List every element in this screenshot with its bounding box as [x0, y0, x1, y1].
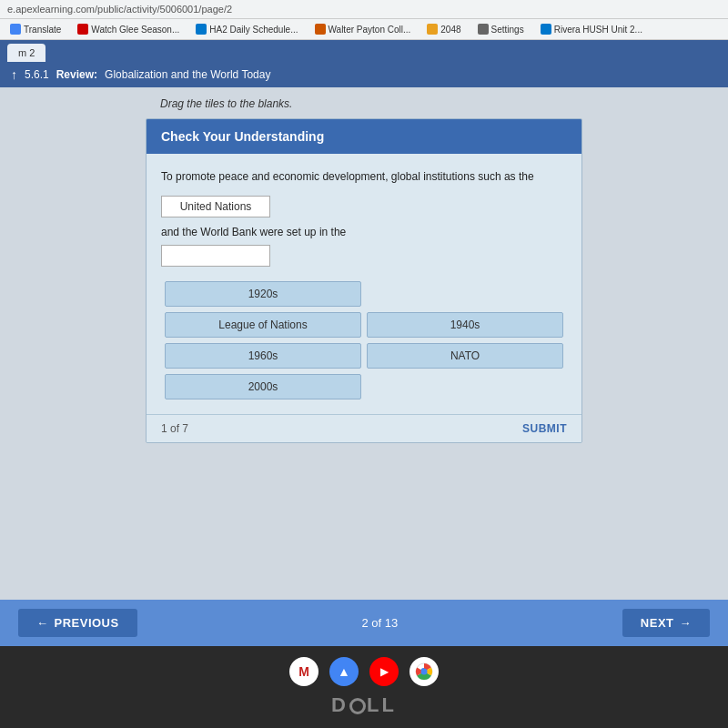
submit-button[interactable]: SUBMIT [522, 422, 567, 435]
question-container: To promote peace and economic developmen… [161, 168, 567, 185]
question-part2-row: and the World Bank were set up in the [161, 223, 567, 239]
option-nato[interactable]: NATO [367, 343, 563, 369]
tab-bar: m 2 [0, 40, 728, 62]
chrome-icon[interactable] [410, 657, 439, 686]
page-header: ↑ 5.6.1 Review: Globalization and the Wo… [0, 62, 728, 87]
nav-page-indicator: 2 of 13 [361, 616, 398, 630]
previous-button[interactable]: ← PREVIOUS [18, 609, 137, 637]
browser-chrome: e.apexlearning.com/public/activity/50060… [0, 0, 728, 40]
option-empty-placeholder [367, 281, 563, 307]
option-league-of-nations[interactable]: League of Nations [165, 312, 361, 338]
walter-icon [315, 24, 326, 35]
option-1920s[interactable]: 1920s [165, 281, 361, 307]
bookmark-rivera[interactable]: Rivera HUSH Unit 2... [536, 22, 647, 36]
option-1960s[interactable]: 1960s [165, 343, 361, 369]
question-part2: and the World Bank were set up in the [161, 226, 346, 238]
card-title: Check Your Understanding [161, 129, 324, 144]
bookmark-ha2[interactable]: HA2 Daily Schedule... [191, 22, 302, 36]
breadcrumb-number: 5.6.1 [25, 68, 49, 81]
address-bar: e.apexlearning.com/public/activity/50060… [0, 0, 728, 19]
previous-arrow-icon: ← [36, 616, 49, 630]
taskbar-icons: M ▲ ▶ [289, 657, 439, 686]
page-content: m 2 ↑ 5.6.1 Review: Globalization and th… [0, 40, 728, 600]
bookmark-translate[interactable]: Translate [5, 22, 66, 36]
bookmark-2048[interactable]: 2048 [422, 22, 465, 36]
review-label: Review: [56, 68, 97, 81]
answer-row-1: United Nations [161, 196, 567, 217]
next-button[interactable]: NEXT → [622, 609, 710, 637]
options-grid: 1920s League of Nations 1940s 1960s NATO… [161, 281, 567, 399]
settings-icon [478, 24, 489, 35]
option-1940s[interactable]: 1940s [367, 312, 563, 338]
next-arrow-icon: → [680, 616, 693, 630]
nav-bar: ← PREVIOUS 2 of 13 NEXT → [0, 600, 728, 646]
address-text: e.apexlearning.com/public/activity/50060… [7, 4, 232, 15]
taskbar: M ▲ ▶ [0, 646, 728, 728]
screen: e.apexlearning.com/public/activity/50060… [0, 0, 728, 728]
bookmark-settings[interactable]: Settings [473, 22, 529, 36]
main-area: Drag the tiles to the blanks. Check Your… [0, 87, 728, 600]
question-part1: To promote peace and economic developmen… [161, 170, 534, 183]
answer-box-2[interactable] [161, 245, 270, 267]
svg-point-2 [421, 669, 428, 675]
answer-row-2 [161, 245, 567, 270]
blank-area: United Nations and the World Bank were s… [161, 196, 567, 270]
ha2-icon [196, 24, 207, 35]
bookmark-bar: Translate Watch Glee Season... HA2 Daily… [0, 19, 728, 40]
drag-instruction: Drag the tiles to the blanks. [146, 92, 307, 116]
tab-label: m 2 [18, 47, 35, 58]
page-title: Globalization and the World Today [105, 68, 270, 81]
activity-card: Check Your Understanding To promote peac… [146, 118, 582, 443]
option-2000s[interactable]: 2000s [165, 374, 361, 399]
glee-icon [77, 24, 88, 35]
dell-brand: DLL [331, 693, 397, 717]
youtube-icon[interactable]: ▶ [369, 657, 399, 686]
card-footer: 1 of 7 SUBMIT [147, 414, 581, 442]
card-header: Check Your Understanding [147, 119, 581, 154]
drive-icon[interactable]: ▲ [329, 657, 359, 686]
translate-icon [10, 24, 21, 35]
active-tab[interactable]: m 2 [7, 44, 46, 62]
card-page-indicator: 1 of 7 [161, 422, 188, 435]
answer-box-1[interactable]: United Nations [161, 196, 270, 217]
2048-icon [427, 24, 438, 35]
bookmark-walter[interactable]: Walter Payton Coll... [310, 22, 416, 36]
breadcrumb-arrow: ↑ [11, 67, 17, 82]
card-body: To promote peace and economic developmen… [147, 154, 581, 414]
bookmark-glee[interactable]: Watch Glee Season... [73, 22, 184, 36]
rivera-icon [541, 24, 551, 35]
gmail-icon[interactable]: M [289, 657, 318, 686]
